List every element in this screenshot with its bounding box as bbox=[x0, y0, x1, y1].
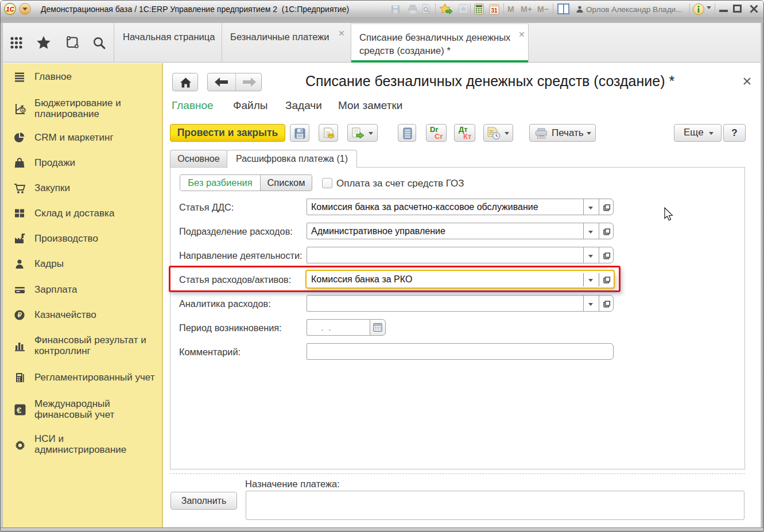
svg-text:1С: 1С bbox=[6, 6, 15, 13]
svg-text:31: 31 bbox=[491, 7, 498, 14]
svg-text:₽: ₽ bbox=[22, 108, 25, 113]
svg-text:€: € bbox=[17, 405, 22, 415]
svg-text:₽: ₽ bbox=[17, 311, 22, 319]
